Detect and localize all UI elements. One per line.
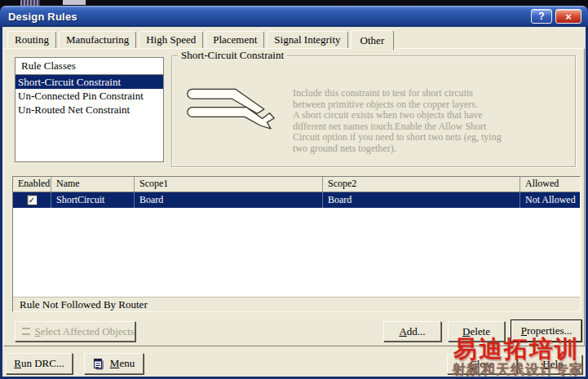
menu-list-icon	[93, 357, 105, 370]
rule-classes-header: Rule Classes	[15, 58, 163, 75]
delete-button[interactable]: Delete	[448, 321, 505, 342]
add-button[interactable]: Add...	[383, 321, 441, 342]
enabled-checkbox[interactable]: ✓	[27, 195, 38, 205]
close-button[interactable]: Close	[447, 355, 517, 374]
help-icon[interactable]: ?	[531, 9, 552, 24]
rule-class-short-circuit[interactable]: Short-Circuit Constraint	[15, 75, 163, 89]
tab-high-speed[interactable]: High Speed	[139, 31, 203, 48]
rules-table: Enabled Name Scope1 Scope2 Allowed ✓ Sho…	[12, 176, 581, 312]
select-affected-objects-button[interactable]: Select Affected Objects	[15, 321, 135, 342]
table-header-row: Enabled Name Scope1 Scope2 Allowed	[13, 177, 580, 192]
run-drc-button[interactable]: Run DRC...	[6, 353, 73, 374]
table-row[interactable]: ✓ ShortCircuit Board Board Not Allowed	[13, 192, 580, 208]
scope1-cell: Board	[135, 192, 323, 208]
column-header-enabled[interactable]: Enabled	[13, 177, 51, 192]
tab-other[interactable]: Other	[351, 30, 395, 50]
select-objects-icon	[22, 328, 30, 335]
constraint-description: Include this constraint to test for shor…	[293, 88, 511, 154]
name-cell: ShortCircuit	[51, 192, 135, 208]
window-title: Design Rules	[8, 11, 77, 23]
design-rules-dialog: Design Rules ? × Routing Manufacturing H…	[0, 0, 588, 379]
background-toolbar-stripes-icon	[20, 0, 40, 6]
table-empty-area	[13, 208, 580, 297]
background-window-fragment	[63, 0, 87, 5]
column-header-scope2[interactable]: Scope2	[323, 177, 520, 192]
tab-manufacturing[interactable]: Manufacturing	[59, 31, 136, 48]
scope2-cell: Board	[323, 192, 520, 208]
column-header-allowed[interactable]: Allowed	[520, 177, 580, 192]
tab-placement[interactable]: Placement	[206, 31, 264, 48]
titlebar[interactable]: Design Rules ? ×	[0, 6, 588, 27]
short-circuit-traces-icon	[182, 82, 284, 131]
tab-routing[interactable]: Routing	[7, 31, 56, 48]
rule-class-unrouted-net[interactable]: Un-Routed Net Constraint	[15, 103, 163, 117]
tab-signal-integrity[interactable]: Signal Integrity	[267, 31, 347, 48]
table-status: Rule Not Followed By Router	[13, 297, 580, 311]
rule-classes-list: Rule Classes Short-Circuit Constraint Un…	[15, 57, 164, 162]
properties-button[interactable]: Properties...	[511, 320, 581, 342]
menu-button[interactable]: Menu	[84, 353, 144, 374]
constraint-groupbox-title: Short-Circuit Constraint	[178, 49, 287, 62]
close-icon[interactable]: ×	[555, 9, 581, 24]
allowed-cell: Not Allowed	[520, 192, 580, 208]
rule-class-unconnected-pin[interactable]: Un-Connected Pin Constraint	[15, 89, 163, 103]
enabled-cell: ✓	[13, 192, 51, 208]
tab-bar: Routing Manufacturing High Speed Placeme…	[7, 30, 396, 48]
column-header-name[interactable]: Name	[51, 177, 135, 192]
column-header-scope1[interactable]: Scope1	[135, 177, 323, 192]
constraint-groupbox: Short-Circuit Constraint Include this co…	[171, 55, 576, 167]
help-button[interactable]: Help	[524, 355, 582, 374]
